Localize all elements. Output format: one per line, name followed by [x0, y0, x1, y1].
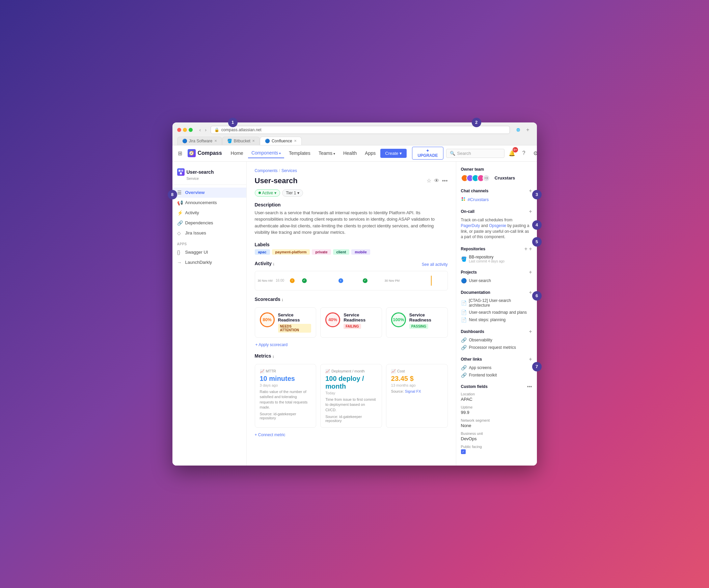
chart-slot-2200 [311, 274, 323, 288]
link-item-2[interactable]: 🔗 Frontend toolkit [461, 372, 532, 378]
doc-item-1[interactable]: 📄 [CTAG-12] User-search architecture [461, 298, 532, 308]
owner-team-name[interactable]: Cruxstars [495, 176, 515, 181]
nav-teams[interactable]: Teams [315, 149, 339, 158]
connect-metric-button[interactable]: + Connect metric [255, 430, 448, 437]
add-project-button[interactable]: + [529, 269, 532, 275]
new-tab-button[interactable]: + [523, 127, 532, 133]
annotation-4: 4 [532, 220, 542, 230]
add-doc-button[interactable]: + [529, 290, 532, 295]
confluence-tab-close[interactable]: ✕ [294, 139, 297, 143]
dashboard-item-2[interactable]: 🔗 Processor request metrics [461, 345, 532, 350]
sidebar-item-overview[interactable]: ☰ Overview [173, 188, 246, 198]
dashboard-item-1[interactable]: 🔗 Observability [461, 337, 532, 343]
other-links-header: Other links + [461, 356, 532, 362]
label-apac[interactable]: apac [255, 249, 270, 255]
more-options-icon[interactable]: ••• [442, 178, 448, 184]
metric-source-deploy: Source: id-gatekeeper repository [325, 415, 377, 423]
metric-desc-mttr: Ratio value of the number of satisfied a… [260, 389, 312, 410]
bitbucket-tab-close[interactable]: ✕ [252, 139, 255, 143]
add-repo-button[interactable]: + [529, 246, 532, 252]
activity-title: Activity [255, 261, 272, 266]
upgrade-button[interactable]: ✦ UPGRADE [412, 147, 443, 160]
scorecard-3-status: PASSING [409, 324, 428, 329]
jira-tab-close[interactable]: ✕ [214, 139, 217, 143]
minimize-button[interactable] [183, 128, 187, 132]
chat-channel-item[interactable]: #Cruxstars [461, 197, 532, 203]
sidebar-item-swagger[interactable]: {} Swagger UI [173, 247, 246, 258]
add-other-link-button[interactable]: + [529, 356, 532, 362]
jira-issues-icon: ◇ [177, 231, 183, 236]
label-payment-platform[interactable]: payment-platform [272, 249, 310, 255]
link-icon-1: 🔗 [461, 365, 467, 370]
scorecards-info-icon[interactable]: ℹ [282, 298, 283, 302]
link-item-1[interactable]: 🔗 App screens [461, 365, 532, 370]
breadcrumb-components[interactable]: Components [255, 168, 278, 173]
label-client[interactable]: client [333, 249, 350, 255]
repo-item[interactable]: 🪣 BB-repository Last commit 4 days ago [461, 255, 532, 263]
dependencies-icon: 🔗 [177, 220, 183, 226]
metrics-info-icon[interactable]: ℹ [273, 355, 274, 358]
create-button[interactable]: Create ▾ [380, 149, 406, 158]
custom-fields-more[interactable]: ••• [527, 384, 532, 389]
nav-templates[interactable]: Templates [286, 149, 314, 158]
scorecard-1: 80% Service Readiness NEEDS ATTENTION [255, 307, 317, 338]
bitbucket-repo-icon: 🪣 [461, 257, 467, 262]
sidebar-item-activity[interactable]: ⚡ Activity [173, 208, 246, 218]
help-button[interactable]: ? [519, 149, 528, 158]
label-private[interactable]: private [312, 249, 331, 255]
add-dashboard-button[interactable]: + [529, 328, 532, 335]
search-bar[interactable]: 🔍 Search [446, 149, 504, 158]
add-chat-channel-button[interactable]: + [529, 188, 532, 194]
cf-public-facing-checkbox[interactable]: ✓ [461, 449, 466, 454]
apps-grid-button[interactable]: ⊞ [178, 149, 182, 158]
settings-button[interactable]: ⚙ [531, 149, 537, 158]
page-title: User-search [255, 177, 298, 185]
chart-slot-1800b [437, 274, 447, 288]
link-label-2: Frontend toolkit [469, 373, 497, 377]
sidebar-jira-label: Jira Issues [185, 231, 206, 236]
opsgenie-link[interactable]: Opsgenie [489, 223, 506, 228]
tab-jira[interactable]: 🔵 Jira Software ✕ [177, 137, 222, 145]
dash-icon-1: 🔗 [461, 337, 467, 343]
project-item[interactable]: 🔵 User-search [461, 278, 532, 284]
watch-icon[interactable]: 👁 [434, 178, 439, 184]
doc-item-2[interactable]: 📄 User-search roadmap and plans [461, 310, 532, 315]
apply-scorecard-button[interactable]: + Apply scorecard [255, 340, 448, 347]
label-mobile[interactable]: mobile [351, 249, 370, 255]
star-icon[interactable]: ☆ [426, 178, 431, 184]
nav-health[interactable]: Health [340, 149, 360, 158]
add-repo-extra-button[interactable]: + [524, 246, 527, 252]
nav-home[interactable]: Home [228, 149, 247, 158]
nav-apps[interactable]: Apps [361, 149, 379, 158]
add-oncall-button[interactable]: + [529, 209, 532, 215]
sidebar-item-launchdarkly[interactable]: → LaunchDarkly [173, 258, 246, 268]
active-status-badge[interactable]: Active ▾ [255, 189, 281, 197]
sidebar-item-dependencies[interactable]: 🔗 Dependencies [173, 218, 246, 228]
back-button[interactable]: ‹ [198, 127, 203, 133]
doc-label-3: Next steps: planning [469, 317, 506, 322]
doc-label-1: [CTAG-12] User-search architecture [469, 298, 532, 308]
activity-info-icon[interactable]: ℹ [273, 263, 274, 266]
doc-item-3[interactable]: 📄 Next steps: planning [461, 317, 532, 322]
deploy-chart-icon: 📈 [325, 369, 330, 373]
scorecard-1-status: NEEDS ATTENTION [278, 324, 312, 332]
cost-type-label: Cost [397, 369, 405, 373]
breadcrumb-services[interactable]: Services [282, 168, 297, 173]
metric-value-cost: 23.45 $ [391, 375, 443, 382]
close-button[interactable] [177, 128, 181, 132]
scorecards-section: Scorecards ℹ 80% Service Readiness NEEDS [255, 296, 448, 347]
tab-confluence[interactable]: 🔵 Confluence ✕ [260, 137, 302, 145]
cost-source-link[interactable]: Signal FX [405, 389, 421, 393]
nav-components[interactable]: Components [248, 148, 284, 158]
tier-badge[interactable]: Tier 1 ▾ [282, 189, 303, 197]
see-all-activity[interactable]: See all activity [422, 262, 448, 267]
pagerduty-link[interactable]: PagerDuty [461, 223, 480, 228]
sidebar-item-announcements[interactable]: 📢 Announcements [173, 198, 246, 208]
forward-button[interactable]: › [204, 127, 208, 133]
address-bar[interactable]: 🔒 compass.atlassian.net [211, 126, 510, 134]
traffic-lights [177, 128, 193, 132]
maximize-button[interactable] [189, 128, 193, 132]
tab-bitbucket[interactable]: 🪣 Bitbucket ✕ [222, 137, 260, 145]
sidebar-item-jira-issues[interactable]: ◇ Jira Issues [173, 228, 246, 238]
chart-slot-0800 [371, 274, 383, 288]
